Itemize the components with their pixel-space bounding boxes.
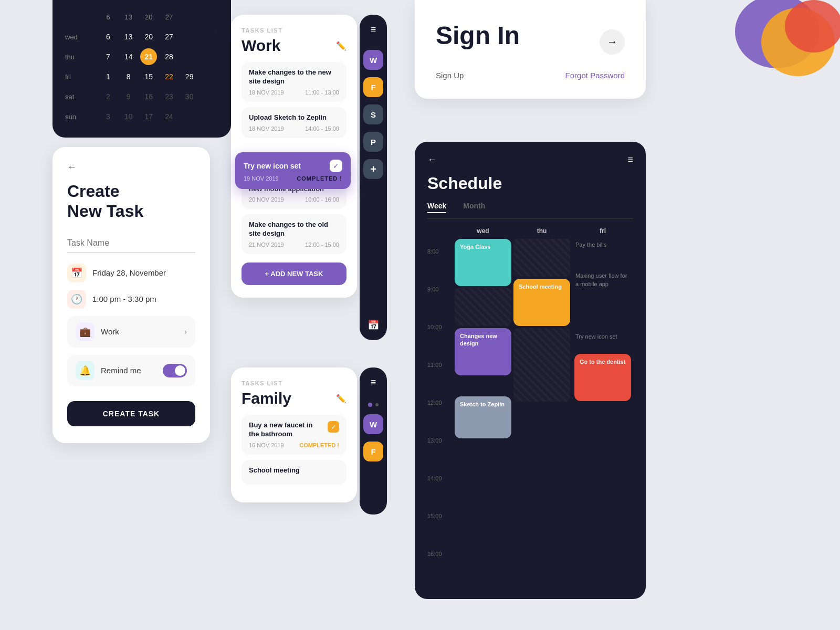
col-header: 20 [140, 8, 157, 25]
chevron-right-icon: › [184, 327, 187, 337]
col-header: 13 [120, 8, 137, 25]
edit-icon[interactable]: ✏️ [336, 394, 346, 404]
sidebar-nav-bottom: ≡ W F [360, 368, 387, 514]
edit-icon[interactable]: ✏️ [336, 41, 346, 51]
col-header: 27 [161, 8, 177, 25]
cal-cell[interactable]: 8 [120, 68, 137, 85]
day-header-thu: thu [513, 227, 570, 235]
cal-cell[interactable]: 28 [161, 48, 177, 65]
back-button[interactable]: ← [427, 154, 437, 165]
cal-cell[interactable]: 14 [120, 48, 137, 65]
blob-decoration [714, 0, 840, 105]
sidebar-add-button[interactable]: + [363, 159, 383, 179]
col-header: 6 [100, 8, 117, 25]
create-task-widget: ← Create New Task 📅 Friday 28, November … [52, 147, 210, 443]
cal-cell[interactable]: 7 [100, 48, 117, 65]
date-row: 📅 Friday 28, November [67, 264, 195, 282]
sidebar-item-s[interactable]: S [363, 104, 383, 124]
menu-icon[interactable]: ≡ [627, 154, 633, 165]
briefcase-icon: 💼 [76, 322, 94, 341]
cal-cell[interactable]: 16 [140, 88, 157, 105]
time-13: 13:00 [427, 437, 455, 475]
schedule-grid: 8:00 9:00 10:00 11:00 12:00 13:00 14:00 … [427, 227, 633, 589]
event-school[interactable]: School meeting [513, 279, 570, 326]
day-label-wed: wed [65, 28, 97, 45]
time-8: 8:00 [427, 248, 455, 286]
cal-cell[interactable]: 1 [100, 68, 117, 85]
cal-cell[interactable]: 2 [100, 88, 117, 105]
cal-cell[interactable]: 15 [140, 68, 157, 85]
tab-month[interactable]: Month [463, 202, 485, 213]
svg-point-2 [785, 0, 840, 52]
remind-toggle[interactable] [163, 364, 187, 377]
time-15: 15:00 [427, 513, 455, 551]
forgot-password-link[interactable]: Forgot Password [565, 71, 625, 80]
cal-cell[interactable]: 17 [140, 108, 157, 125]
cal-cell[interactable]: 10 [120, 108, 137, 125]
calendar-icon[interactable]: 📅 [368, 319, 379, 331]
blob-svg [714, 0, 840, 105]
cal-cell[interactable]: 9 [120, 88, 137, 105]
cal-cell[interactable]: 29 [181, 68, 198, 85]
event-sketch[interactable]: Sketch to Zeplin [455, 396, 511, 438]
category-row[interactable]: 💼 Work › [67, 316, 195, 348]
page-dot [375, 403, 379, 406]
cal-cell-today[interactable]: 21 [140, 48, 157, 65]
cal-cell[interactable]: 20 [140, 28, 157, 45]
category-label: Work [101, 327, 119, 336]
time-12: 12:00 [427, 400, 455, 437]
time-9: 9:00 [427, 286, 455, 324]
sign-in-widget: Sign In → Sign Up Forgot Password [415, 0, 646, 99]
task-name-input[interactable] [67, 234, 195, 253]
menu-icon[interactable]: ≡ [371, 24, 376, 35]
tab-week[interactable]: Week [427, 202, 446, 213]
cal-cell[interactable]: 3 [100, 108, 117, 125]
sidebar-item-f[interactable]: F [363, 77, 383, 97]
task-title: Buy a new faucet in the bathroom [249, 421, 323, 439]
cal-cell[interactable]: 22 [161, 68, 177, 85]
sign-in-button[interactable]: → [600, 29, 625, 55]
cal-cell[interactable]: 24 [161, 108, 177, 125]
sidebar-item-w[interactable]: W [363, 414, 383, 434]
time-column: 8:00 9:00 10:00 11:00 12:00 13:00 14:00 … [427, 227, 455, 589]
menu-icon[interactable]: ≡ [371, 377, 376, 388]
schedule-widget: ← ≡ Schedule Week Month 8:00 9:00 10:00 … [415, 142, 646, 599]
task-item[interactable]: Make changes to the old site design 21 N… [242, 214, 346, 254]
sidebar-nav: ≡ W F S P + 📅 [360, 15, 387, 340]
cal-cell[interactable]: 6 [100, 28, 117, 45]
task-item[interactable]: School meeting [242, 460, 346, 485]
event-dentist[interactable]: Go to the dentist [574, 354, 631, 401]
cal-cell[interactable]: 30 [181, 88, 198, 105]
add-task-button[interactable]: + ADD NEW TASK [242, 262, 346, 285]
task-item[interactable]: Make changes to the new site design 18 N… [242, 62, 346, 102]
task-meta: 21 NOV 201912:00 - 15:00 [249, 242, 339, 248]
cal-cell[interactable]: 27 [161, 28, 177, 45]
day-header-wed: wed [455, 227, 511, 235]
day-thu: thu School meeting [511, 227, 572, 589]
event-yoga[interactable]: Yoga Class [455, 239, 511, 286]
sign-up-link[interactable]: Sign Up [436, 71, 464, 80]
bell-icon: 🔔 [76, 361, 94, 380]
tasks-family-widget: TASKS LIST Family ✏️ Buy a new faucet in… [231, 368, 357, 502]
sidebar-item-p[interactable]: P [363, 132, 383, 152]
tooltip-date: 19 NOV 2019 [244, 175, 279, 182]
cal-cell[interactable]: 13 [120, 28, 137, 45]
task-meta: 20 NOV 201910:00 - 16:00 [249, 196, 339, 203]
sidebar-item-f[interactable]: F [363, 442, 383, 461]
day-header-fri: fri [574, 227, 631, 235]
task-title: Upload Sketch to Zeplin [249, 113, 339, 122]
schedule-title: Schedule [427, 174, 633, 193]
date-label: Friday 28, November [92, 268, 166, 277]
create-task-button[interactable]: CREATE TASK [67, 401, 195, 426]
completed-icon: ✓ [328, 421, 339, 433]
event-changes[interactable]: Changes new design [455, 328, 511, 375]
sidebar-item-w[interactable]: W [363, 50, 383, 70]
remind-label: Remind me [101, 366, 141, 375]
day-label-thu: thu [65, 48, 97, 65]
day-wed: wed Yoga Class Changes new design Sketch… [455, 227, 511, 589]
task-item[interactable]: Buy a new faucet in the bathroom ✓ 16 NO… [242, 415, 346, 455]
back-button[interactable]: ← [67, 162, 195, 173]
task-item[interactable]: Upload Sketch to Zeplin 18 NOV 201914:00… [242, 107, 346, 138]
cal-cell[interactable]: 23 [161, 88, 177, 105]
calendar-widget: 6 13 20 27 wed 6 13 20 27 thu 7 14 21 28… [52, 0, 231, 138]
